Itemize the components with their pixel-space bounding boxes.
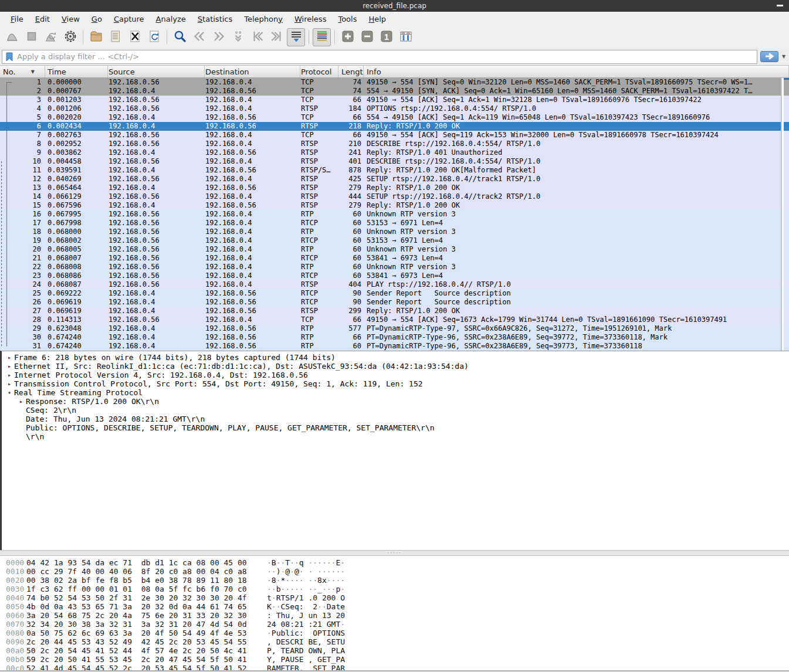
hex-row[interactable]: 000004 42 1a 93 54 da ec 71 db d1 1c ca …	[0, 558, 789, 567]
packet-row[interactable]: 140.066129192.168.0.56192.168.0.4RTSP444…	[0, 192, 781, 201]
hex-row[interactable]: 00800a 50 75 62 6c 69 63 3a 20 4f 50 54 …	[0, 629, 789, 637]
stop-capture-button[interactable]	[22, 28, 40, 46]
expander-collapsed-icon[interactable]: ▸	[16, 397, 26, 406]
go-back-button[interactable]	[190, 28, 208, 46]
packet-row[interactable]: 170.067998192.168.0.56192.168.0.4RTCP605…	[0, 219, 781, 228]
pane-splitter[interactable]: ·····	[0, 550, 789, 556]
packet-row[interactable]: 210.068007192.168.0.56192.168.0.4RTCP605…	[0, 254, 781, 263]
hex-row[interactable]: 002000 38 02 2a bf fe f8 b5 b4 e0 38 78 …	[0, 576, 789, 585]
column-header-length[interactable]: Length	[338, 66, 364, 77]
menu-item-file[interactable]: File	[5, 13, 29, 25]
packet-row[interactable]: 250.069222192.168.0.4192.168.0.56RTCP90S…	[0, 289, 781, 298]
menu-item-analyze[interactable]: Analyze	[150, 13, 192, 25]
menu-item-tools[interactable]: Tools	[332, 13, 363, 25]
hex-row[interactable]: 004074 b0 52 54 53 50 2f 31 2e 30 20 32 …	[0, 593, 789, 602]
hex-row[interactable]: 001000 cc 29 7f 40 00 40 06 8f 20 c0 a8 …	[0, 567, 789, 576]
packet-row[interactable]: 120.040269192.168.0.56192.168.0.4RTSP425…	[0, 175, 781, 184]
packet-row[interactable]: 260.069619192.168.0.4192.168.0.56RTCP90S…	[0, 298, 781, 307]
capture-options-button[interactable]	[61, 28, 79, 46]
packet-row[interactable]: 180.068000192.168.0.56192.168.0.4RTP60Un…	[0, 228, 781, 236]
packet-list-scrollbar[interactable]	[781, 78, 789, 351]
zoom-out-button[interactable]	[358, 28, 376, 46]
menu-item-telephony[interactable]: Telephony	[238, 13, 289, 25]
hex-row[interactable]: 007032 34 20 30 38 3a 32 31 3a 32 31 20 …	[0, 620, 789, 629]
detail-line[interactable]: ▸Transmission Control Protocol, Src Port…	[2, 379, 789, 388]
apply-filter-button[interactable]	[760, 51, 778, 62]
detail-line[interactable]: ▾Real Time Streaming Protocol	[2, 388, 789, 397]
hex-row[interactable]: 00504b 0d 0a 43 53 65 71 3a 20 32 0d 0a …	[0, 602, 789, 611]
packet-row[interactable]: 50.002020192.168.0.4192.168.0.56TCP66554…	[0, 113, 781, 122]
packet-row[interactable]: 240.068087192.168.0.56192.168.0.4RTSP404…	[0, 280, 781, 289]
find-packet-button[interactable]	[171, 28, 189, 46]
packet-row[interactable]: 110.039591192.168.0.4192.168.0.56RTSP/S……	[0, 166, 781, 175]
packet-row[interactable]: 60.002434192.168.0.4192.168.0.56RTSP218R…	[0, 122, 781, 131]
packet-row[interactable]: 270.069619192.168.0.4192.168.0.56RTSP299…	[0, 307, 781, 315]
menu-item-view[interactable]: View	[56, 13, 86, 25]
packet-row[interactable]: 190.068002192.168.0.56192.168.0.4RTCP605…	[0, 236, 781, 245]
detail-line[interactable]: ▸Internet Protocol Version 4, Src: 192.1…	[2, 371, 789, 379]
expander-expanded-icon[interactable]: ▾	[5, 388, 14, 397]
menu-item-edit[interactable]: Edit	[29, 13, 56, 25]
column-header-info[interactable]: Info	[364, 66, 789, 77]
menu-item-help[interactable]: Help	[363, 13, 392, 25]
reload-file-button[interactable]	[145, 28, 163, 46]
colorize-button[interactable]	[313, 28, 331, 46]
menu-item-wireless[interactable]: Wireless	[289, 13, 332, 25]
menu-item-capture[interactable]: Capture	[108, 13, 150, 25]
packet-row[interactable]: 310.674240192.168.0.4192.168.0.56RTP60PT…	[0, 342, 781, 351]
open-file-button[interactable]	[87, 28, 105, 46]
go-last-button[interactable]	[267, 28, 286, 46]
hex-row[interactable]: 00603a 20 54 68 75 2c 20 4a 75 6e 20 31 …	[0, 611, 789, 620]
column-header-time[interactable]: Time	[45, 66, 108, 77]
packet-row[interactable]: 90.003862192.168.0.4192.168.0.56RTSP241R…	[0, 148, 781, 157]
detail-line[interactable]: ▸Response: RTSP/1.0 200 OK\r\n	[2, 397, 789, 406]
detail-line[interactable]: CSeq: 2\r\n	[2, 406, 789, 415]
packet-row[interactable]: 160.067995192.168.0.56192.168.0.4RTP60Un…	[0, 210, 781, 219]
import-file-button[interactable]	[106, 28, 124, 46]
hex-row[interactable]: 00902c 20 44 45 53 43 52 49 42 45 2c 20 …	[0, 637, 789, 646]
packet-row[interactable]: 230.068086192.168.0.56192.168.0.4RTCP605…	[0, 271, 781, 280]
packet-row[interactable]: 70.002763192.168.0.56192.168.0.4TCP66491…	[0, 131, 781, 140]
column-header-protocol[interactable]: Protocol	[300, 66, 338, 77]
go-forward-button[interactable]	[209, 28, 228, 46]
packet-row[interactable]: 10.000000192.168.0.56192.168.0.4TCP74491…	[0, 78, 781, 87]
column-header-no[interactable]: No.▼	[0, 66, 45, 77]
column-header-source[interactable]: Source	[108, 66, 205, 77]
resize-columns-button[interactable]	[397, 28, 415, 46]
zoom-in-button[interactable]	[338, 28, 357, 46]
packet-row[interactable]: 30.001203192.168.0.56192.168.0.4TCP66491…	[0, 96, 781, 104]
filter-dropdown-caret[interactable]: ▼	[780, 54, 787, 59]
zoom-100-button[interactable]: 1	[377, 28, 395, 46]
expander-collapsed-icon[interactable]: ▸	[5, 353, 14, 362]
detail-line[interactable]: ▸Frame 6: 218 bytes on wire (1744 bits),…	[2, 353, 789, 362]
packet-row[interactable]: 200.068005192.168.0.56192.168.0.4RTP60Un…	[0, 245, 781, 254]
detail-line[interactable]: ▸Ethernet II, Src: ReolinkI_d1:1c:ca (ec…	[2, 362, 789, 371]
packet-row[interactable]: 300.674240192.168.0.4192.168.0.56RTP66PT…	[0, 333, 781, 342]
close-file-button[interactable]	[126, 28, 144, 46]
restart-capture-button[interactable]	[42, 28, 60, 46]
packet-row[interactable]: 150.067596192.168.0.4192.168.0.56RTSP279…	[0, 201, 781, 210]
menu-item-go[interactable]: Go	[86, 13, 108, 25]
hex-row[interactable]: 00301f c3 62 ff 00 00 01 01 08 0a 5f fc …	[0, 585, 789, 593]
packet-row[interactable]: 280.114313192.168.0.56192.168.0.4TCP6649…	[0, 315, 781, 324]
expander-collapsed-icon[interactable]: ▸	[5, 362, 14, 371]
packet-row[interactable]: 20.000767192.168.0.4192.168.0.56TCP74554…	[0, 87, 781, 96]
packet-row[interactable]: 220.068008192.168.0.56192.168.0.4RTP60Un…	[0, 263, 781, 271]
detail-line[interactable]: Date: Thu, Jun 13 2024 08:21:21 GMT\r\n	[2, 415, 789, 423]
hex-row[interactable]: 00b059 2c 20 50 41 55 53 45 2c 20 47 45 …	[0, 655, 789, 664]
packet-row[interactable]: 100.004458192.168.0.56192.168.0.4RTSP401…	[0, 157, 781, 166]
detail-line[interactable]: Public: OPTIONS, DESCRIBE, SETUP, TEARDO…	[2, 423, 789, 432]
bookmark-icon[interactable]	[5, 52, 14, 62]
expander-collapsed-icon[interactable]: ▸	[5, 371, 14, 379]
menu-item-statistics[interactable]: Statistics	[192, 13, 238, 25]
packet-row[interactable]: 130.065464192.168.0.4192.168.0.56RTSP279…	[0, 184, 781, 192]
detail-line[interactable]: \r\n	[2, 432, 789, 441]
go-to-packet-button[interactable]	[229, 28, 247, 46]
column-header-destination[interactable]: Destination	[205, 66, 300, 77]
go-first-button[interactable]	[248, 28, 266, 46]
display-filter-input[interactable]: Apply a display filter ... <Ctrl-/>	[2, 50, 757, 64]
expander-collapsed-icon[interactable]: ▸	[5, 379, 14, 388]
packet-row[interactable]: 40.001206192.168.0.56192.168.0.4RTSP184O…	[0, 104, 781, 113]
packet-row[interactable]: 290.623048192.168.0.4192.168.0.56RTP577P…	[0, 324, 781, 333]
packet-row[interactable]: 80.002952192.168.0.56192.168.0.4RTSP210D…	[0, 140, 781, 148]
